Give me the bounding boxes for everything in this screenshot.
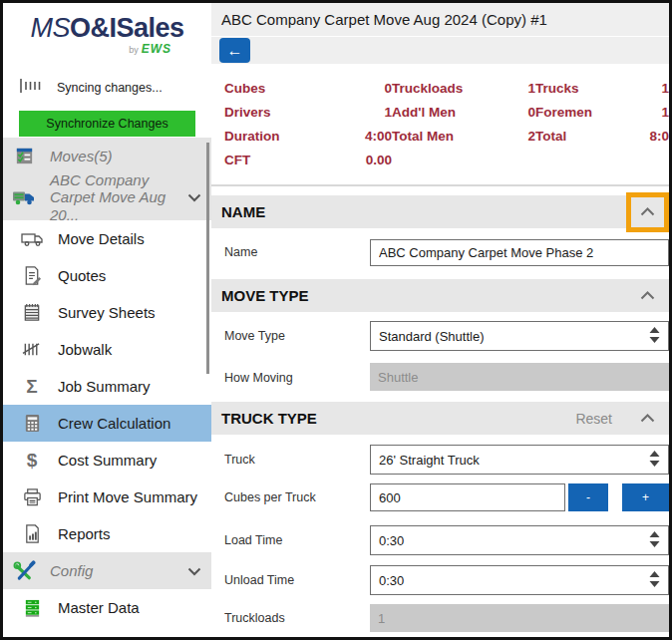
sidebar-item-crew-calculation[interactable]: Crew Calculation — [3, 405, 211, 442]
back-button[interactable]: ← — [219, 38, 250, 63]
sidebar-item-cost-summary[interactable]: $ Cost Summary — [3, 442, 211, 479]
sidebar-item-job-summary[interactable]: Σ Job Summary — [3, 368, 211, 405]
quote-document-icon — [19, 265, 45, 286]
truck-type-collapse-button[interactable] — [640, 411, 655, 426]
sidebar-item-config[interactable]: Config — [3, 552, 211, 589]
logo-company: EWS — [142, 42, 171, 56]
sidebar-item-print-move-summary[interactable]: Print Move Summary — [3, 479, 211, 515]
truckloads-field-label: Truckloads — [224, 611, 285, 625]
stat-value: 1 — [611, 81, 669, 96]
name-section-header[interactable]: NAME — [211, 195, 669, 228]
notepad-icon — [19, 302, 45, 323]
truck-outline-icon — [19, 230, 45, 248]
sidebar-item-label: Move Details — [58, 230, 211, 247]
sidebar-item-label: Print Move Summary — [58, 488, 211, 505]
cubes-per-truck-field-label: Cubes per Truck — [224, 490, 316, 504]
spinner-arrows-icon[interactable] — [649, 571, 660, 590]
stat-value: 1 — [336, 105, 392, 120]
truck-type-section-title: TRUCK TYPE — [221, 410, 575, 427]
truckloads-input — [370, 604, 669, 632]
how-moving-field-label: How Moving — [224, 371, 293, 385]
sidebar-item-label: Cost Summary — [58, 452, 211, 469]
stat-value: 1 — [484, 81, 535, 96]
dollar-icon: $ — [19, 451, 45, 470]
sync-status: Syncing changes... — [3, 77, 211, 99]
name-input[interactable] — [370, 239, 669, 266]
stat-label: Total Men — [392, 129, 484, 144]
spinner-arrows-icon[interactable] — [649, 451, 660, 470]
reset-button[interactable]: Reset — [575, 411, 612, 427]
sidebar-nav: Moves(5) ABC Company Carpet Move Aug 20.… — [3, 138, 211, 626]
sidebar-item-reports[interactable]: Reports — [3, 515, 211, 552]
calculator-icon — [19, 413, 45, 434]
crew-stats-summary: Cubes 0 Truckloads 1 Trucks 1 Drivers 1 … — [211, 75, 669, 173]
stat-label: CFT — [224, 153, 336, 167]
stat-value: 0 — [336, 81, 392, 96]
unload-time-value: 0:30 — [379, 573, 649, 588]
truck-field-label: Truck — [224, 453, 255, 467]
load-time-value: 0:30 — [379, 533, 649, 548]
synchronize-changes-button[interactable]: Synchronize Changes — [19, 111, 195, 137]
cubes-per-truck-input[interactable] — [370, 483, 565, 511]
sidebar-item-label: Quotes — [58, 267, 211, 284]
spinner-arrows-icon[interactable] — [649, 327, 660, 346]
unload-time-select[interactable]: 0:30 — [370, 565, 669, 595]
moves-list-icon — [11, 146, 37, 166]
move-type-select[interactable]: Standard (Shuttle) — [370, 321, 669, 351]
logo-text: MSO&ISales — [3, 15, 211, 42]
stat-label: Foremen — [535, 105, 611, 120]
sidebar-item-label: ABC Company Carpet Move Aug 20... — [50, 171, 187, 223]
stat-value: 2 — [484, 129, 535, 144]
load-time-field-label: Load Time — [224, 533, 282, 547]
sync-activity-icon — [19, 78, 43, 98]
cubes-increment-button[interactable]: + — [622, 483, 669, 511]
stat-value: 0.00 — [336, 153, 392, 167]
chevron-up-icon — [640, 411, 655, 426]
sidebar-item-moves[interactable]: Moves(5) — [3, 138, 211, 174]
move-type-field-label: Move Type — [224, 329, 285, 343]
truck-type-section-header[interactable]: TRUCK TYPE Reset — [211, 402, 669, 435]
sidebar-item-master-data[interactable]: Master Data — [3, 589, 211, 626]
spinner-arrows-icon[interactable] — [649, 531, 660, 550]
stat-label: Duration — [224, 129, 336, 144]
database-stack-icon — [19, 598, 45, 618]
sidebar-item-label: Master Data — [58, 599, 211, 616]
page-title-bar: ABC Company Carpet Move Aug 2024 (Copy) … — [211, 3, 669, 36]
move-type-section-title: MOVE TYPE — [221, 287, 640, 304]
chevron-down-icon[interactable] — [187, 562, 201, 580]
report-chart-icon — [19, 523, 45, 544]
logo-name: O&ISales — [70, 13, 184, 43]
sidebar-item-quotes[interactable]: Quotes — [3, 257, 211, 294]
sidebar: MSO&ISales by EWS Syncing changes... Syn… — [3, 3, 211, 637]
truck-value: 26' Straight Truck — [379, 453, 649, 468]
chevron-up-icon — [640, 288, 655, 303]
move-type-collapse-button[interactable] — [640, 288, 655, 303]
truck-select[interactable]: 26' Straight Truck — [370, 445, 669, 475]
stat-value: 4:00 — [336, 129, 392, 144]
chevron-up-icon — [640, 204, 655, 219]
sidebar-scrollbar[interactable] — [206, 143, 209, 374]
sidebar-item-jobwalk[interactable]: Jobwalk — [3, 331, 211, 368]
name-field-label: Name — [224, 245, 257, 259]
how-moving-input — [370, 363, 669, 391]
back-arrow-icon: ← — [227, 42, 243, 60]
move-type-value: Standard (Shuttle) — [379, 329, 649, 344]
app-window: MSO&ISales by EWS Syncing changes... Syn… — [0, 0, 672, 640]
chevron-down-icon[interactable] — [187, 188, 201, 206]
move-truck-icon — [11, 188, 37, 206]
sidebar-item-survey-sheets[interactable]: Survey Sheets — [3, 294, 211, 331]
config-tools-icon — [11, 560, 37, 581]
load-time-select[interactable]: 0:30 — [370, 525, 669, 555]
cubes-decrement-button[interactable]: - — [568, 483, 608, 511]
sidebar-item-label: Moves(5) — [50, 148, 211, 164]
sidebar-item-current-move[interactable]: ABC Company Carpet Move Aug 20... — [3, 174, 211, 220]
sidebar-item-move-details[interactable]: Move Details — [3, 220, 211, 257]
move-type-section-header[interactable]: MOVE TYPE — [211, 279, 669, 312]
printer-icon — [19, 487, 45, 507]
section-divider — [211, 184, 669, 186]
stat-value: 8:0 — [611, 129, 669, 144]
app-logo: MSO&ISales by EWS — [3, 3, 211, 55]
sidebar-item-label: Config — [50, 562, 187, 579]
name-collapse-button[interactable] — [640, 204, 655, 219]
main-content: ABC Company Carpet Move Aug 2024 (Copy) … — [211, 3, 669, 637]
